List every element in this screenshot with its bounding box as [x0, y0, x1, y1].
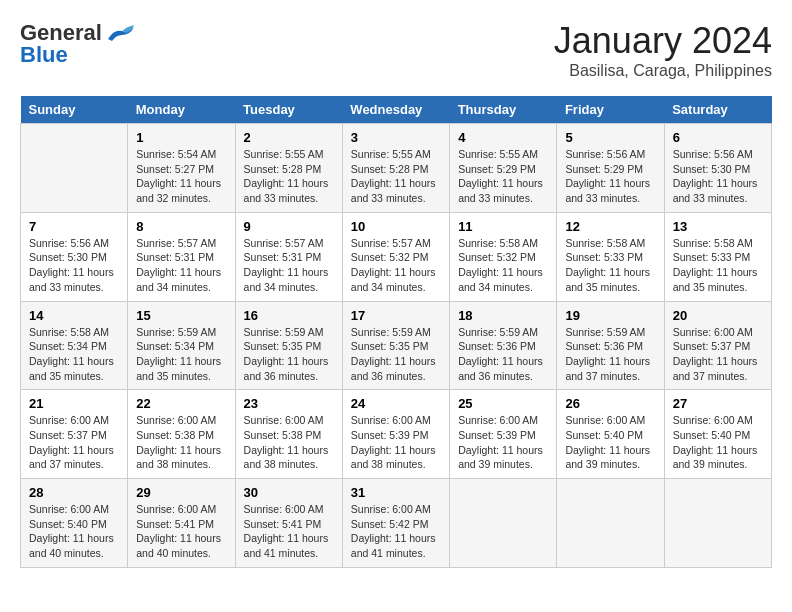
day-header-saturday: Saturday [664, 96, 771, 124]
day-number: 2 [244, 130, 334, 145]
day-number: 23 [244, 396, 334, 411]
day-number: 12 [565, 219, 655, 234]
day-number: 19 [565, 308, 655, 323]
title-section: January 2024 Basilisa, Caraga, Philippin… [554, 20, 772, 80]
day-number: 18 [458, 308, 548, 323]
calendar-cell: 10Sunrise: 5:57 AM Sunset: 5:32 PM Dayli… [342, 212, 449, 301]
logo-bird-icon [104, 21, 140, 45]
day-detail: Sunrise: 6:00 AM Sunset: 5:38 PM Dayligh… [244, 413, 334, 472]
day-detail: Sunrise: 6:00 AM Sunset: 5:41 PM Dayligh… [136, 502, 226, 561]
calendar-cell: 26Sunrise: 6:00 AM Sunset: 5:40 PM Dayli… [557, 390, 664, 479]
day-number: 22 [136, 396, 226, 411]
day-number: 29 [136, 485, 226, 500]
calendar-cell: 25Sunrise: 6:00 AM Sunset: 5:39 PM Dayli… [450, 390, 557, 479]
calendar-cell: 23Sunrise: 6:00 AM Sunset: 5:38 PM Dayli… [235, 390, 342, 479]
calendar-cell: 17Sunrise: 5:59 AM Sunset: 5:35 PM Dayli… [342, 301, 449, 390]
day-detail: Sunrise: 6:00 AM Sunset: 5:41 PM Dayligh… [244, 502, 334, 561]
day-header-tuesday: Tuesday [235, 96, 342, 124]
calendar-cell [450, 479, 557, 568]
day-header-friday: Friday [557, 96, 664, 124]
day-detail: Sunrise: 5:58 AM Sunset: 5:33 PM Dayligh… [565, 236, 655, 295]
day-number: 30 [244, 485, 334, 500]
calendar-cell: 8Sunrise: 5:57 AM Sunset: 5:31 PM Daylig… [128, 212, 235, 301]
day-number: 27 [673, 396, 763, 411]
day-detail: Sunrise: 5:59 AM Sunset: 5:36 PM Dayligh… [565, 325, 655, 384]
calendar-cell: 28Sunrise: 6:00 AM Sunset: 5:40 PM Dayli… [21, 479, 128, 568]
day-detail: Sunrise: 6:00 AM Sunset: 5:40 PM Dayligh… [565, 413, 655, 472]
day-number: 26 [565, 396, 655, 411]
day-number: 5 [565, 130, 655, 145]
calendar-cell: 15Sunrise: 5:59 AM Sunset: 5:34 PM Dayli… [128, 301, 235, 390]
calendar-cell: 1Sunrise: 5:54 AM Sunset: 5:27 PM Daylig… [128, 124, 235, 213]
location-title: Basilisa, Caraga, Philippines [554, 62, 772, 80]
day-number: 6 [673, 130, 763, 145]
calendar-table: SundayMondayTuesdayWednesdayThursdayFrid… [20, 96, 772, 568]
calendar-header: SundayMondayTuesdayWednesdayThursdayFrid… [21, 96, 772, 124]
day-number: 28 [29, 485, 119, 500]
day-number: 31 [351, 485, 441, 500]
day-detail: Sunrise: 5:54 AM Sunset: 5:27 PM Dayligh… [136, 147, 226, 206]
day-detail: Sunrise: 5:57 AM Sunset: 5:32 PM Dayligh… [351, 236, 441, 295]
day-number: 3 [351, 130, 441, 145]
calendar-cell: 18Sunrise: 5:59 AM Sunset: 5:36 PM Dayli… [450, 301, 557, 390]
calendar-cell: 21Sunrise: 6:00 AM Sunset: 5:37 PM Dayli… [21, 390, 128, 479]
day-number: 14 [29, 308, 119, 323]
day-number: 15 [136, 308, 226, 323]
calendar-cell: 19Sunrise: 5:59 AM Sunset: 5:36 PM Dayli… [557, 301, 664, 390]
day-header-wednesday: Wednesday [342, 96, 449, 124]
day-detail: Sunrise: 6:00 AM Sunset: 5:39 PM Dayligh… [351, 413, 441, 472]
calendar-week-2: 7Sunrise: 5:56 AM Sunset: 5:30 PM Daylig… [21, 212, 772, 301]
calendar-cell: 24Sunrise: 6:00 AM Sunset: 5:39 PM Dayli… [342, 390, 449, 479]
day-detail: Sunrise: 5:56 AM Sunset: 5:29 PM Dayligh… [565, 147, 655, 206]
day-header-monday: Monday [128, 96, 235, 124]
day-number: 13 [673, 219, 763, 234]
calendar-week-4: 21Sunrise: 6:00 AM Sunset: 5:37 PM Dayli… [21, 390, 772, 479]
day-detail: Sunrise: 6:00 AM Sunset: 5:37 PM Dayligh… [673, 325, 763, 384]
calendar-cell: 22Sunrise: 6:00 AM Sunset: 5:38 PM Dayli… [128, 390, 235, 479]
day-number: 4 [458, 130, 548, 145]
day-detail: Sunrise: 6:00 AM Sunset: 5:38 PM Dayligh… [136, 413, 226, 472]
calendar-cell [557, 479, 664, 568]
day-number: 1 [136, 130, 226, 145]
calendar-cell: 16Sunrise: 5:59 AM Sunset: 5:35 PM Dayli… [235, 301, 342, 390]
day-number: 20 [673, 308, 763, 323]
day-detail: Sunrise: 6:00 AM Sunset: 5:39 PM Dayligh… [458, 413, 548, 472]
day-detail: Sunrise: 5:59 AM Sunset: 5:34 PM Dayligh… [136, 325, 226, 384]
day-header-thursday: Thursday [450, 96, 557, 124]
page-header: General Blue January 2024 Basilisa, Cara… [20, 20, 772, 80]
calendar-cell: 13Sunrise: 5:58 AM Sunset: 5:33 PM Dayli… [664, 212, 771, 301]
day-detail: Sunrise: 5:59 AM Sunset: 5:36 PM Dayligh… [458, 325, 548, 384]
month-title: January 2024 [554, 20, 772, 62]
day-detail: Sunrise: 5:58 AM Sunset: 5:33 PM Dayligh… [673, 236, 763, 295]
day-number: 8 [136, 219, 226, 234]
calendar-cell: 11Sunrise: 5:58 AM Sunset: 5:32 PM Dayli… [450, 212, 557, 301]
day-detail: Sunrise: 5:59 AM Sunset: 5:35 PM Dayligh… [244, 325, 334, 384]
day-detail: Sunrise: 5:57 AM Sunset: 5:31 PM Dayligh… [244, 236, 334, 295]
calendar-cell: 30Sunrise: 6:00 AM Sunset: 5:41 PM Dayli… [235, 479, 342, 568]
day-detail: Sunrise: 6:00 AM Sunset: 5:37 PM Dayligh… [29, 413, 119, 472]
day-number: 16 [244, 308, 334, 323]
calendar-week-3: 14Sunrise: 5:58 AM Sunset: 5:34 PM Dayli… [21, 301, 772, 390]
calendar-cell: 3Sunrise: 5:55 AM Sunset: 5:28 PM Daylig… [342, 124, 449, 213]
day-detail: Sunrise: 6:00 AM Sunset: 5:40 PM Dayligh… [673, 413, 763, 472]
day-detail: Sunrise: 6:00 AM Sunset: 5:42 PM Dayligh… [351, 502, 441, 561]
day-detail: Sunrise: 5:59 AM Sunset: 5:35 PM Dayligh… [351, 325, 441, 384]
calendar-cell: 4Sunrise: 5:55 AM Sunset: 5:29 PM Daylig… [450, 124, 557, 213]
calendar-cell: 20Sunrise: 6:00 AM Sunset: 5:37 PM Dayli… [664, 301, 771, 390]
calendar-cell: 29Sunrise: 6:00 AM Sunset: 5:41 PM Dayli… [128, 479, 235, 568]
calendar-cell: 5Sunrise: 5:56 AM Sunset: 5:29 PM Daylig… [557, 124, 664, 213]
calendar-cell: 12Sunrise: 5:58 AM Sunset: 5:33 PM Dayli… [557, 212, 664, 301]
calendar-cell [664, 479, 771, 568]
calendar-cell: 9Sunrise: 5:57 AM Sunset: 5:31 PM Daylig… [235, 212, 342, 301]
day-number: 25 [458, 396, 548, 411]
day-header-sunday: Sunday [21, 96, 128, 124]
day-number: 11 [458, 219, 548, 234]
calendar-cell: 14Sunrise: 5:58 AM Sunset: 5:34 PM Dayli… [21, 301, 128, 390]
day-detail: Sunrise: 5:58 AM Sunset: 5:34 PM Dayligh… [29, 325, 119, 384]
day-detail: Sunrise: 5:56 AM Sunset: 5:30 PM Dayligh… [673, 147, 763, 206]
day-detail: Sunrise: 5:58 AM Sunset: 5:32 PM Dayligh… [458, 236, 548, 295]
day-detail: Sunrise: 5:55 AM Sunset: 5:28 PM Dayligh… [244, 147, 334, 206]
calendar-cell: 6Sunrise: 5:56 AM Sunset: 5:30 PM Daylig… [664, 124, 771, 213]
logo-blue: Blue [20, 42, 68, 68]
day-detail: Sunrise: 6:00 AM Sunset: 5:40 PM Dayligh… [29, 502, 119, 561]
